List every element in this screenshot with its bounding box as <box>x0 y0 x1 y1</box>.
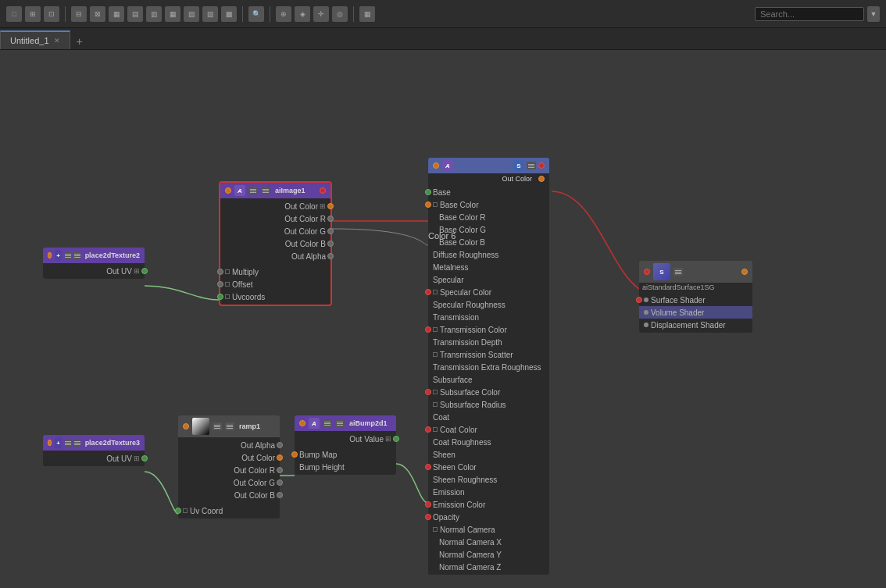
bump-header[interactable]: A aiBump2d1 <box>295 415 396 431</box>
ramp1-out-b-port[interactable] <box>277 492 283 498</box>
water-transmission-row: Transmission <box>428 311 549 323</box>
water-sheen-color-port[interactable] <box>425 464 431 470</box>
aiimage1-multiply-port[interactable] <box>217 269 223 275</box>
toolbar-icon-8[interactable]: ▥ <box>146 6 162 22</box>
water-trans-color-row: Transmission Color <box>428 323 549 336</box>
water-emission-label: Emission <box>433 488 465 497</box>
water-base-color-label: Base Color <box>440 201 478 209</box>
aiimage1-offset-port[interactable] <box>217 281 223 287</box>
bump-out-value-port[interactable] <box>393 436 399 442</box>
aiimage1-out-color-port[interactable] <box>327 203 334 209</box>
sg-surface-port[interactable] <box>636 297 642 303</box>
ramp1-out-color-port[interactable] <box>277 454 283 461</box>
water-menu-icon <box>527 162 536 169</box>
ramp1-uv-port[interactable] <box>175 508 181 514</box>
place2d3-out-uv-label: Out UV <box>106 454 132 463</box>
place2d2-expand-icon: ⊞ <box>134 267 140 275</box>
water-sheen-label: Sheen <box>433 451 456 459</box>
toolbar-icon-7[interactable]: ▤ <box>127 6 143 22</box>
water-opacity-row: Opacity <box>428 511 549 523</box>
toolbar-icon-2[interactable]: ⊞ <box>25 6 41 22</box>
water-sub-color-row: Subsurface Color <box>428 386 549 398</box>
place2d3-out-uv-port[interactable] <box>141 455 148 461</box>
place2d3-header[interactable]: + place2dTexture3 <box>43 435 145 451</box>
sg-volume-dot <box>644 310 648 315</box>
toolbar-icon-16[interactable]: ◎ <box>332 6 348 22</box>
bump-expand-icon: ⊞ <box>385 435 391 443</box>
water-opacity-port[interactable] <box>425 514 431 520</box>
sg-header[interactable]: S <box>639 261 752 283</box>
water-base-color-port[interactable] <box>425 201 431 208</box>
ramp1-out-alpha-label: Out Alpha <box>241 441 275 450</box>
water-normal-x-row: Normal Camera X <box>428 536 549 548</box>
place2d2-out-uv-port[interactable] <box>141 268 148 274</box>
toolbar-icon-4[interactable]: ⊟ <box>71 6 87 22</box>
aiimage1-out-g-port[interactable] <box>327 228 334 234</box>
ramp1-out-g-port[interactable] <box>277 479 283 486</box>
node-bump: A aiBump2d1 Out Value ⊞ Bump Map Bump He… <box>295 415 396 475</box>
aiimage1-uvcoords-port[interactable] <box>217 294 223 300</box>
bump-map-port[interactable] <box>291 451 298 458</box>
water-trans-depth-row: Transmission Depth <box>428 336 549 348</box>
place2d3-input-port <box>48 440 52 446</box>
tab-untitled[interactable]: Untitled_1 ✕ <box>0 30 70 49</box>
water-diff-rough-label: Diffuse Roughness <box>433 251 498 259</box>
aiimage1-header[interactable]: A aiImage1 <box>220 183 330 198</box>
toolbar-icon-12[interactable]: ▩ <box>221 6 237 22</box>
search-dropdown[interactable]: ▼ <box>867 6 880 22</box>
node-sg: S aiStandardSurface1SG Surface Shader Vo… <box>639 261 752 333</box>
toolbar-icon-10[interactable]: ▧ <box>184 6 199 22</box>
toolbar-icon-search[interactable]: 🔍 <box>248 6 264 22</box>
sg-surface-dot <box>644 298 648 302</box>
water-sheen-color-row: Sheen Color <box>428 461 549 473</box>
water-base-port[interactable] <box>425 189 431 195</box>
water-emission-color-port[interactable] <box>425 501 431 508</box>
place2d3-out-uv-row: Out UV ⊞ <box>43 452 145 465</box>
toolbar-icon-9[interactable]: ▦ <box>165 6 180 22</box>
sg-disp-label: Displacement Shader <box>651 321 726 330</box>
aiimage1-offset-row: Offset <box>220 278 330 290</box>
toolbar-icon-5[interactable]: ⊠ <box>90 6 105 22</box>
place2d2-body: Out UV ⊞ <box>43 263 145 279</box>
water-specular-color-label: Specular Color <box>440 288 491 297</box>
toolbar-icon-17[interactable]: ▦ <box>359 6 375 22</box>
sg-icon: S <box>653 263 670 280</box>
toolbar-icon-3[interactable]: ⊡ <box>44 6 59 22</box>
place2d2-menu-icon <box>74 251 80 259</box>
ramp1-out-r-port[interactable] <box>277 467 283 473</box>
water-subsurface-row: Subsurface <box>428 373 549 386</box>
aiimage1-out-g-label: Out Color G <box>284 227 326 236</box>
water-out-color-port[interactable] <box>538 176 545 182</box>
water-coat-row: Coat <box>428 411 549 423</box>
aiimage1-out-alpha-port[interactable] <box>327 253 334 259</box>
toolbar-icon-1[interactable]: □ <box>6 6 22 22</box>
toolbar-icon-11[interactable]: ▨ <box>202 6 218 22</box>
water-header[interactable]: A S <box>428 158 549 173</box>
tab-add-button[interactable]: + <box>70 34 89 49</box>
water-specular-color-port[interactable] <box>425 289 431 295</box>
toolbar-icon-13[interactable]: ⊕ <box>276 6 291 22</box>
place2d2-out-uv-row: Out UV ⊞ <box>43 265 145 277</box>
ramp1-out-alpha-port[interactable] <box>277 442 283 448</box>
tab-close-icon[interactable]: ✕ <box>54 37 60 45</box>
place2d3-plus-icon: + <box>55 437 61 448</box>
water-coat-rough-label: Coat Roughness <box>433 438 491 447</box>
water-base-g-label: Base Color G <box>439 226 486 234</box>
toolbar-icon-15[interactable]: ✛ <box>313 6 329 22</box>
node-place2d2: + place2dTexture2 Out UV ⊞ <box>43 248 145 279</box>
aiimage1-out-color-b-row: Out Color B <box>220 237 330 250</box>
aiimage1-out-b-port[interactable] <box>327 241 334 247</box>
water-coat-color-port[interactable] <box>425 426 431 433</box>
toolbar-icon-14[interactable]: ◈ <box>295 6 310 22</box>
place2d2-header[interactable]: + place2dTexture2 <box>43 248 145 263</box>
water-sub-color-port[interactable] <box>425 389 431 395</box>
water-sheen-color-label: Sheen Color <box>433 463 477 472</box>
search-input[interactable] <box>755 7 864 21</box>
bump-body: Out Value ⊞ Bump Map Bump Height <box>295 431 396 475</box>
water-transmission-label: Transmission <box>433 313 479 322</box>
ramp1-header[interactable]: ramp1 <box>178 415 280 437</box>
aiimage1-out-r-port[interactable] <box>327 216 334 222</box>
water-subsurface-label: Subsurface <box>433 376 473 384</box>
toolbar-icon-6[interactable]: ▦ <box>109 6 124 22</box>
water-trans-color-port[interactable] <box>425 326 431 333</box>
